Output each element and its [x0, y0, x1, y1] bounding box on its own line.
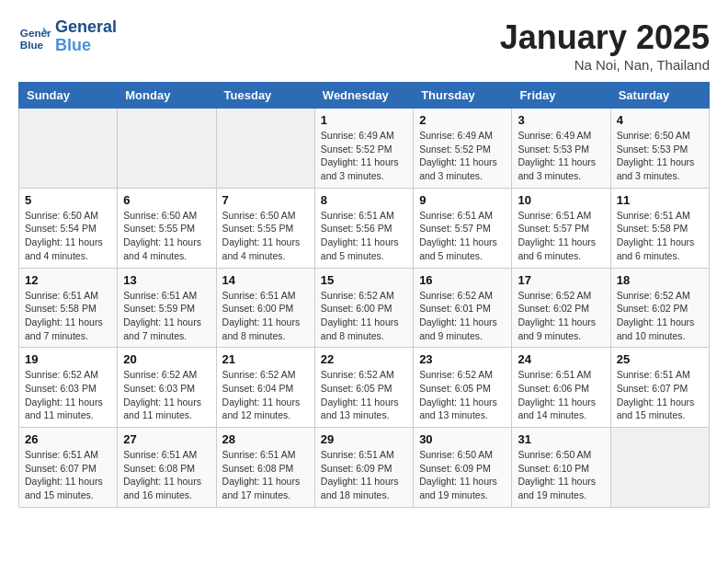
calendar-cell: 18Sunrise: 6:52 AM Sunset: 6:02 PM Dayli…: [610, 268, 709, 348]
day-info: Sunrise: 6:51 AM Sunset: 5:57 PM Dayligh…: [419, 209, 506, 263]
calendar-cell: 17Sunrise: 6:52 AM Sunset: 6:02 PM Dayli…: [512, 268, 610, 348]
calendar-table: SundayMondayTuesdayWednesdayThursdayFrid…: [18, 82, 710, 508]
day-info: Sunrise: 6:52 AM Sunset: 6:05 PM Dayligh…: [419, 368, 506, 422]
day-info: Sunrise: 6:51 AM Sunset: 6:06 PM Dayligh…: [518, 368, 604, 422]
day-number: 24: [518, 352, 604, 366]
calendar-cell: 1Sunrise: 6:49 AM Sunset: 5:52 PM Daylig…: [314, 109, 413, 189]
day-number: 23: [419, 352, 506, 366]
day-number: 22: [321, 352, 407, 366]
calendar-cell: 9Sunrise: 6:51 AM Sunset: 5:57 PM Daylig…: [414, 188, 512, 268]
calendar-title-block: January 2025 Na Noi, Nan, Thailand: [500, 18, 710, 73]
day-info: Sunrise: 6:51 AM Sunset: 6:07 PM Dayligh…: [25, 448, 111, 502]
day-number: 19: [25, 352, 111, 366]
calendar-cell: 5Sunrise: 6:50 AM Sunset: 5:54 PM Daylig…: [19, 188, 118, 268]
calendar-cell: 11Sunrise: 6:51 AM Sunset: 5:58 PM Dayli…: [610, 188, 709, 268]
day-info: Sunrise: 6:50 AM Sunset: 5:53 PM Dayligh…: [617, 129, 703, 183]
calendar-cell: 22Sunrise: 6:52 AM Sunset: 6:05 PM Dayli…: [314, 348, 413, 428]
logo-text-general: General: [55, 18, 117, 37]
day-number: 4: [617, 113, 703, 127]
calendar-cell: 24Sunrise: 6:51 AM Sunset: 6:06 PM Dayli…: [512, 348, 610, 428]
calendar-cell: [19, 109, 118, 189]
day-info: Sunrise: 6:52 AM Sunset: 6:02 PM Dayligh…: [518, 289, 604, 343]
calendar-cell: 20Sunrise: 6:52 AM Sunset: 6:03 PM Dayli…: [118, 348, 216, 428]
calendar-cell: 3Sunrise: 6:49 AM Sunset: 5:53 PM Daylig…: [512, 109, 610, 189]
day-number: 8: [321, 193, 407, 207]
day-number: 10: [518, 193, 604, 207]
calendar-week-row: 1Sunrise: 6:49 AM Sunset: 5:52 PM Daylig…: [19, 109, 710, 189]
day-info: Sunrise: 6:51 AM Sunset: 5:58 PM Dayligh…: [25, 289, 111, 343]
day-number: 2: [419, 113, 506, 127]
weekday-header-row: SundayMondayTuesdayWednesdayThursdayFrid…: [19, 83, 710, 109]
calendar-week-row: 5Sunrise: 6:50 AM Sunset: 5:54 PM Daylig…: [19, 188, 710, 268]
calendar-cell: [118, 109, 216, 189]
calendar-cell: 30Sunrise: 6:50 AM Sunset: 6:09 PM Dayli…: [414, 428, 512, 508]
day-info: Sunrise: 6:50 AM Sunset: 5:54 PM Dayligh…: [25, 209, 111, 263]
calendar-cell: 27Sunrise: 6:51 AM Sunset: 6:08 PM Dayli…: [118, 428, 216, 508]
weekday-header-thursday: Thursday: [414, 83, 512, 109]
day-info: Sunrise: 6:51 AM Sunset: 6:09 PM Dayligh…: [321, 448, 407, 502]
day-number: 29: [321, 432, 407, 446]
day-number: 20: [123, 352, 210, 366]
weekday-header-saturday: Saturday: [610, 83, 709, 109]
day-info: Sunrise: 6:51 AM Sunset: 6:08 PM Dayligh…: [222, 448, 309, 502]
logo-icon: General Blue: [18, 20, 51, 53]
calendar-cell: 6Sunrise: 6:50 AM Sunset: 5:55 PM Daylig…: [118, 188, 216, 268]
calendar-cell: 29Sunrise: 6:51 AM Sunset: 6:09 PM Dayli…: [314, 428, 413, 508]
calendar-week-row: 26Sunrise: 6:51 AM Sunset: 6:07 PM Dayli…: [19, 428, 710, 508]
day-number: 30: [419, 432, 506, 446]
calendar-week-row: 12Sunrise: 6:51 AM Sunset: 5:58 PM Dayli…: [19, 268, 710, 348]
calendar-cell: 12Sunrise: 6:51 AM Sunset: 5:58 PM Dayli…: [19, 268, 118, 348]
weekday-header-tuesday: Tuesday: [216, 83, 314, 109]
calendar-cell: 19Sunrise: 6:52 AM Sunset: 6:03 PM Dayli…: [19, 348, 118, 428]
calendar-cell: 15Sunrise: 6:52 AM Sunset: 6:00 PM Dayli…: [314, 268, 413, 348]
day-number: 27: [123, 432, 210, 446]
day-info: Sunrise: 6:52 AM Sunset: 6:01 PM Dayligh…: [419, 289, 506, 343]
day-info: Sunrise: 6:50 AM Sunset: 6:09 PM Dayligh…: [419, 448, 506, 502]
day-number: 3: [518, 113, 604, 127]
day-info: Sunrise: 6:49 AM Sunset: 5:52 PM Dayligh…: [321, 129, 407, 183]
day-number: 11: [617, 193, 703, 207]
calendar-cell: [610, 428, 709, 508]
day-info: Sunrise: 6:52 AM Sunset: 6:00 PM Dayligh…: [321, 289, 407, 343]
weekday-header-wednesday: Wednesday: [314, 83, 413, 109]
calendar-cell: 14Sunrise: 6:51 AM Sunset: 6:00 PM Dayli…: [216, 268, 314, 348]
day-number: 18: [617, 273, 703, 287]
day-number: 12: [25, 273, 111, 287]
calendar-cell: 7Sunrise: 6:50 AM Sunset: 5:55 PM Daylig…: [216, 188, 314, 268]
day-number: 9: [419, 193, 506, 207]
calendar-cell: 4Sunrise: 6:50 AM Sunset: 5:53 PM Daylig…: [610, 109, 709, 189]
calendar-cell: 25Sunrise: 6:51 AM Sunset: 6:07 PM Dayli…: [610, 348, 709, 428]
day-info: Sunrise: 6:51 AM Sunset: 6:07 PM Dayligh…: [617, 368, 703, 422]
day-info: Sunrise: 6:49 AM Sunset: 5:52 PM Dayligh…: [419, 129, 506, 183]
day-info: Sunrise: 6:50 AM Sunset: 5:55 PM Dayligh…: [123, 209, 210, 263]
weekday-header-friday: Friday: [512, 83, 610, 109]
calendar-cell: 2Sunrise: 6:49 AM Sunset: 5:52 PM Daylig…: [414, 109, 512, 189]
page-header: General Blue General Blue January 2025 N…: [18, 18, 710, 73]
calendar-cell: 31Sunrise: 6:50 AM Sunset: 6:10 PM Dayli…: [512, 428, 610, 508]
day-info: Sunrise: 6:52 AM Sunset: 6:03 PM Dayligh…: [123, 368, 210, 422]
calendar-cell: 28Sunrise: 6:51 AM Sunset: 6:08 PM Dayli…: [216, 428, 314, 508]
svg-text:Blue: Blue: [20, 38, 44, 50]
day-info: Sunrise: 6:51 AM Sunset: 6:08 PM Dayligh…: [123, 448, 210, 502]
calendar-cell: 10Sunrise: 6:51 AM Sunset: 5:57 PM Dayli…: [512, 188, 610, 268]
calendar-title: January 2025: [500, 18, 710, 57]
day-info: Sunrise: 6:52 AM Sunset: 6:04 PM Dayligh…: [222, 368, 309, 422]
day-number: 1: [321, 113, 407, 127]
day-number: 7: [222, 193, 309, 207]
day-info: Sunrise: 6:51 AM Sunset: 5:57 PM Dayligh…: [518, 209, 604, 263]
calendar-cell: 26Sunrise: 6:51 AM Sunset: 6:07 PM Dayli…: [19, 428, 118, 508]
day-number: 14: [222, 273, 309, 287]
day-number: 5: [25, 193, 111, 207]
calendar-cell: 13Sunrise: 6:51 AM Sunset: 5:59 PM Dayli…: [118, 268, 216, 348]
day-info: Sunrise: 6:51 AM Sunset: 6:00 PM Dayligh…: [222, 289, 309, 343]
day-info: Sunrise: 6:52 AM Sunset: 6:03 PM Dayligh…: [25, 368, 111, 422]
day-number: 21: [222, 352, 309, 366]
calendar-cell: [216, 109, 314, 189]
calendar-cell: 23Sunrise: 6:52 AM Sunset: 6:05 PM Dayli…: [414, 348, 512, 428]
day-info: Sunrise: 6:50 AM Sunset: 6:10 PM Dayligh…: [518, 448, 604, 502]
logo-text-blue: Blue: [55, 37, 117, 55]
calendar-subtitle: Na Noi, Nan, Thailand: [500, 57, 710, 73]
day-number: 25: [617, 352, 703, 366]
calendar-cell: 21Sunrise: 6:52 AM Sunset: 6:04 PM Dayli…: [216, 348, 314, 428]
calendar-cell: 16Sunrise: 6:52 AM Sunset: 6:01 PM Dayli…: [414, 268, 512, 348]
